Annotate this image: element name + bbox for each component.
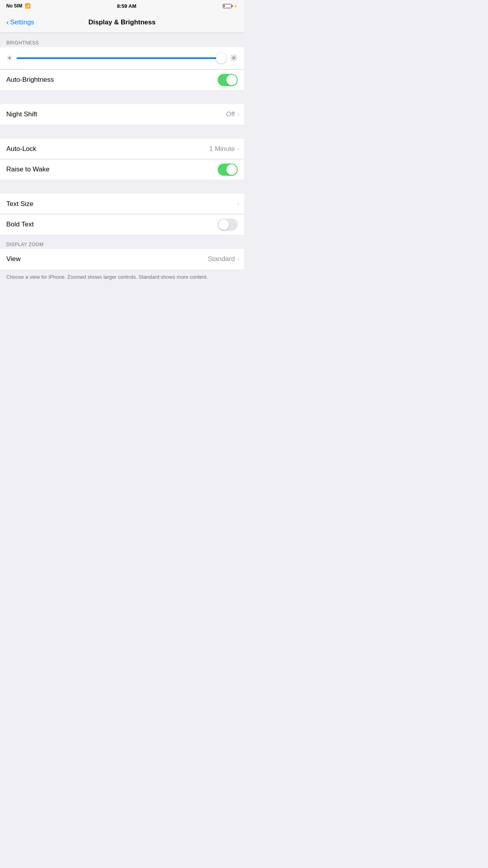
brightness-section-label: BRIGHTNESS (6, 40, 39, 46)
view-right: Standard › (208, 255, 238, 263)
status-right: ⚡ (223, 4, 238, 8)
view-row[interactable]: View Standard › (0, 249, 244, 269)
auto-brightness-thumb (226, 75, 237, 85)
gap-2 (0, 125, 244, 139)
back-chevron-icon: ‹ (6, 18, 9, 26)
gap-3 (0, 180, 244, 194)
sun-large-icon: ✳ (230, 53, 238, 64)
lock-wake-group: Auto-Lock 1 Minute › Raise to Wake (0, 139, 244, 180)
raise-to-wake-thumb (226, 164, 237, 175)
status-bar: No SIM 📶 8:59 AM ⚡ (0, 0, 244, 12)
back-button[interactable]: ‹ Settings (6, 18, 34, 26)
auto-brightness-row: Auto-Brightness (0, 70, 244, 90)
text-size-row[interactable]: Text Size › (0, 194, 244, 214)
brightness-group: ☀ ✳ Auto-Brightness (0, 47, 244, 90)
brightness-thumb[interactable] (216, 53, 226, 63)
nav-bar: ‹ Settings Display & Brightness (0, 12, 244, 33)
night-shift-group: Night Shift Off › (0, 104, 244, 125)
night-shift-right: Off › (226, 110, 238, 118)
sun-small-icon: ☀ (6, 54, 13, 63)
auto-brightness-toggle[interactable] (218, 74, 238, 86)
display-zoom-label: DISPLAY ZOOM (6, 242, 44, 247)
night-shift-label: Night Shift (6, 110, 37, 118)
carrier-label: No SIM (6, 3, 22, 9)
brightness-slider-row[interactable]: ☀ ✳ (0, 47, 244, 70)
bold-text-row: Bold Text (0, 214, 244, 235)
auto-brightness-label: Auto-Brightness (6, 76, 54, 84)
night-shift-row[interactable]: Night Shift Off › (0, 104, 244, 125)
status-time: 8:59 AM (117, 3, 136, 9)
auto-lock-label: Auto-Lock (6, 145, 37, 153)
view-value: Standard (208, 255, 235, 263)
text-group: Text Size › Bold Text (0, 194, 244, 235)
bold-text-label: Bold Text (6, 221, 34, 228)
night-shift-value: Off (226, 110, 235, 118)
view-label: View (6, 255, 21, 263)
text-size-chevron: › (237, 200, 239, 208)
gap-1 (0, 90, 244, 104)
display-zoom-group: View Standard › (0, 249, 244, 269)
brightness-track[interactable] (17, 57, 226, 59)
back-label: Settings (10, 18, 34, 26)
footer-note: Choose a view for iPhone. Zoomed shows l… (0, 269, 244, 289)
display-zoom-header: DISPLAY ZOOM (0, 235, 244, 249)
auto-lock-chevron: › (237, 145, 239, 153)
night-shift-chevron: › (237, 111, 239, 118)
raise-to-wake-row: Raise to Wake (0, 159, 244, 180)
auto-lock-row[interactable]: Auto-Lock 1 Minute › (0, 139, 244, 159)
bold-text-thumb (218, 219, 229, 230)
auto-lock-right: 1 Minute › (209, 145, 238, 153)
charging-bolt: ⚡ (233, 4, 238, 8)
brightness-section-header: BRIGHTNESS (0, 33, 244, 47)
battery-icon (223, 4, 231, 8)
page-title: Display & Brightness (88, 18, 156, 26)
view-chevron: › (237, 256, 239, 263)
status-left: No SIM 📶 (6, 3, 31, 9)
raise-to-wake-label: Raise to Wake (6, 166, 50, 173)
auto-lock-value: 1 Minute (209, 145, 235, 153)
bold-text-toggle[interactable] (218, 219, 238, 231)
wifi-icon: 📶 (25, 3, 31, 9)
footer-text: Choose a view for iPhone. Zoomed shows l… (6, 273, 238, 281)
raise-to-wake-toggle[interactable] (218, 164, 238, 176)
text-size-label: Text Size (6, 200, 33, 208)
text-size-right: › (237, 200, 238, 208)
battery-fill (224, 5, 225, 7)
